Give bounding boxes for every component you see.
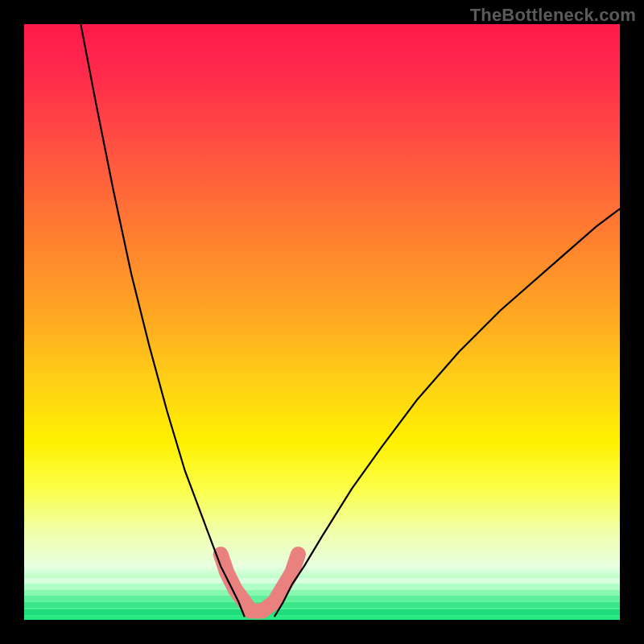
- watermark-text: TheBottleneck.com: [470, 5, 636, 26]
- left-curve: [80, 24, 244, 617]
- plot-area: [24, 24, 620, 620]
- outer-frame: TheBottleneck.com: [0, 0, 644, 644]
- chart-svg: [24, 24, 620, 620]
- valley-band: [221, 555, 298, 611]
- right-curve: [275, 208, 620, 617]
